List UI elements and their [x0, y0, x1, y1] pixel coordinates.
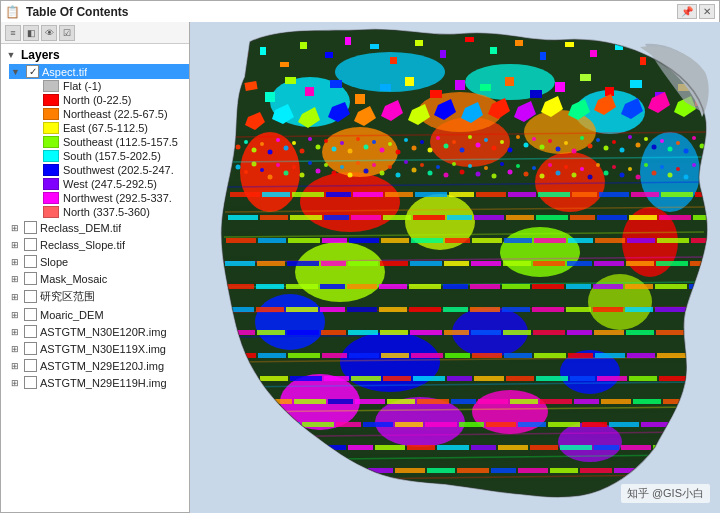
layer-item-reclass-slope[interactable]: ⊞ Reclass_Slope.tif — [9, 236, 189, 253]
svg-rect-411 — [395, 468, 425, 473]
layers-expand-icon: ▼ — [5, 50, 17, 60]
svg-rect-401 — [498, 445, 528, 450]
svg-rect-374 — [601, 399, 631, 404]
svg-rect-383 — [395, 422, 423, 427]
svg-point-117 — [380, 148, 385, 153]
svg-rect-230 — [599, 192, 629, 197]
toolbar-selection-btn[interactable]: ☑ — [59, 25, 75, 41]
toolbar-source-btn[interactable]: ◧ — [23, 25, 39, 41]
svg-rect-416 — [550, 468, 578, 473]
svg-rect-306 — [470, 307, 500, 312]
svg-rect-225 — [449, 192, 474, 197]
legend-west: West (247.5-292.5) — [41, 177, 189, 191]
astgtm-n29e120j-checkbox[interactable] — [24, 359, 37, 372]
layers-header[interactable]: ▼ Layers — [1, 46, 189, 64]
svg-point-172 — [348, 173, 353, 178]
reclass-dem-checkbox[interactable] — [24, 221, 37, 234]
svg-rect-31 — [325, 52, 333, 58]
svg-point-135 — [524, 143, 529, 148]
svg-point-192 — [508, 170, 513, 175]
layer-item-reclass-dem[interactable]: ⊞ Reclass_DEM.tif — [9, 219, 189, 236]
svg-point-101 — [252, 148, 257, 153]
toc-content[interactable]: ▼ Layers ▼ ✓ Aspect.tif Flat (-1) — [1, 44, 189, 512]
svg-point-164 — [284, 171, 289, 176]
svg-rect-28 — [260, 47, 266, 55]
svg-rect-227 — [508, 192, 536, 197]
svg-rect-390 — [609, 422, 639, 427]
astgtm-n29e119h-checkbox[interactable] — [24, 376, 37, 389]
svg-rect-415 — [518, 468, 548, 473]
watermark-text: 知乎 @GIS小白 — [627, 487, 704, 499]
layer-item-astgtm-n29e119h[interactable]: ⊞ ASTGTM_N29E119H.img — [9, 374, 189, 391]
layer-item-mask-mosaic[interactable]: ⊞ Mask_Mosaic — [9, 270, 189, 287]
layer-item-astgtm-n30e120r[interactable]: ⊞ ASTGTM_N30E120R.img — [9, 323, 189, 340]
legend-north: North (0-22.5) — [41, 93, 189, 107]
svg-rect-283 — [256, 284, 284, 289]
svg-point-111 — [332, 147, 337, 152]
svg-rect-243 — [506, 215, 534, 220]
svg-rect-295 — [625, 284, 653, 289]
toolbar-list-btn[interactable]: ≡ — [5, 25, 21, 41]
aspect-checkbox[interactable]: ✓ — [26, 65, 39, 78]
svg-point-160 — [252, 162, 257, 167]
svg-rect-58 — [505, 77, 514, 86]
close-button[interactable]: ✕ — [699, 4, 715, 19]
toolbar-visibility-btn[interactable]: 👁 — [41, 25, 57, 41]
layer-item-slope[interactable]: ⊞ Slope — [9, 253, 189, 270]
svg-rect-365 — [328, 399, 353, 404]
svg-rect-270 — [348, 261, 378, 266]
legend-swatch-north — [43, 94, 59, 106]
slope-checkbox[interactable] — [24, 255, 37, 268]
svg-rect-310 — [593, 307, 623, 312]
moaric-dem-label: Moaric_DEM — [40, 309, 104, 321]
svg-point-166 — [300, 173, 305, 178]
svg-rect-323 — [503, 330, 531, 335]
svg-rect-317 — [321, 330, 346, 335]
svg-rect-257 — [445, 238, 470, 243]
layer-item-astgtm-n30e119x[interactable]: ⊞ ASTGTM_N30E119X.img — [9, 340, 189, 357]
astgtm-n29e119h-label: ASTGTM_N29E119H.img — [40, 377, 167, 389]
svg-point-104 — [276, 138, 280, 142]
astgtm-n30e119x-checkbox[interactable] — [24, 342, 37, 355]
svg-rect-294 — [593, 284, 623, 289]
svg-rect-286 — [347, 284, 377, 289]
legend-label-northeast: Northeast (22.5-67.5) — [63, 108, 168, 120]
layer-item-research-area[interactable]: ⊞ 研究区范围 — [9, 287, 189, 306]
reclass-slope-checkbox[interactable] — [24, 238, 37, 251]
svg-point-123 — [428, 148, 433, 153]
svg-rect-364 — [294, 399, 326, 404]
svg-point-189 — [484, 166, 488, 170]
layer-item-aspect[interactable]: ▼ ✓ Aspect.tif — [9, 64, 189, 79]
moaric-dem-checkbox[interactable] — [24, 308, 37, 321]
research-area-checkbox[interactable] — [24, 290, 37, 303]
astgtm-n30e119x-label: ASTGTM_N30E119X.img — [40, 343, 166, 355]
astgtm-n30e120r-checkbox[interactable] — [24, 325, 37, 338]
svg-point-121 — [412, 146, 417, 151]
svg-point-179 — [404, 160, 408, 164]
layer-item-moaric-dem[interactable]: ⊞ Moaric_DEM — [9, 306, 189, 323]
layer-item-astgtm-n29e120j[interactable]: ⊞ ASTGTM_N29E120J.img — [9, 357, 189, 374]
svg-rect-396 — [348, 445, 373, 450]
svg-rect-336 — [411, 353, 443, 358]
svg-point-165 — [292, 165, 296, 169]
mask-mosaic-checkbox[interactable] — [24, 272, 37, 285]
title-bar-controls[interactable]: 📌 ✕ — [677, 4, 715, 19]
svg-point-103 — [268, 150, 273, 155]
svg-rect-287 — [379, 284, 407, 289]
svg-rect-226 — [476, 192, 506, 197]
svg-rect-301 — [320, 307, 345, 312]
svg-rect-359 — [629, 376, 657, 381]
svg-rect-322 — [471, 330, 501, 335]
svg-rect-381 — [336, 422, 361, 427]
map-area[interactable]: 知乎 @GIS小白 — [190, 22, 720, 513]
svg-point-154 — [676, 141, 680, 145]
legend-label-south: South (157.5-202.5) — [63, 150, 161, 162]
legend-swatch-northeast — [43, 108, 59, 120]
svg-rect-248 — [659, 215, 691, 220]
pin-button[interactable]: 📌 — [677, 4, 697, 19]
svg-point-185 — [452, 162, 456, 166]
legend-label-north: North (0-22.5) — [63, 94, 131, 106]
svg-point-207 — [628, 167, 632, 171]
svg-rect-375 — [633, 399, 661, 404]
legend-label-flat: Flat (-1) — [63, 80, 102, 92]
